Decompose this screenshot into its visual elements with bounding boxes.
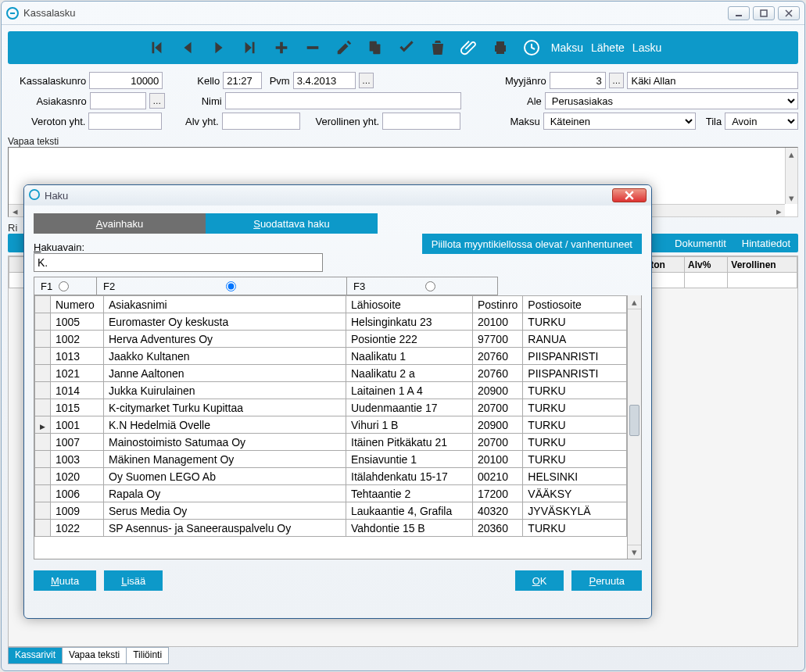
attach-button[interactable]: [457, 36, 481, 59]
tab-avainhaku[interactable]: Avainhaku: [34, 213, 206, 234]
cell-postios[interactable]: TURKU: [523, 520, 627, 537]
table-row[interactable]: 1020Oy Suomen LEGO AbItälahdenkatu 15-17…: [35, 468, 627, 485]
cell-lahi[interactable]: Ensiavuntie 1: [346, 451, 473, 468]
dialog-close-button[interactable]: [612, 188, 647, 202]
row-header[interactable]: [35, 451, 51, 468]
col-alvp[interactable]: Alv%: [684, 257, 727, 273]
scroll-left-icon[interactable]: ◂: [9, 205, 21, 217]
cell-postios[interactable]: HELSINKI: [523, 468, 627, 485]
cell-lahi[interactable]: Vahdontie 15 B: [346, 520, 473, 537]
tab-hintatiedot[interactable]: Hintatiedot: [734, 234, 798, 252]
btab-kassarivit[interactable]: Kassarivit: [8, 647, 63, 664]
row-header[interactable]: [35, 434, 51, 451]
cell-lahi[interactable]: Laukaantie 4, Grafila: [346, 502, 473, 520]
cell-numero[interactable]: 1007: [51, 434, 104, 451]
col-numero[interactable]: Numero: [51, 296, 104, 313]
cell-postios[interactable]: TURKU: [523, 416, 627, 434]
cell-nimi[interactable]: Serus Media Oy: [104, 502, 346, 520]
cell-postios[interactable]: RANUA: [523, 331, 627, 348]
row-header[interactable]: [35, 331, 51, 348]
row-header[interactable]: [35, 348, 51, 365]
table-row[interactable]: 1007Mainostoimisto Satumaa OyItäinen Pit…: [35, 434, 627, 451]
cell-numero[interactable]: 1013: [51, 348, 104, 365]
toolbar-maksu[interactable]: Maksu: [551, 41, 583, 54]
cell-lahi[interactable]: Naalikatu 2 a: [346, 365, 473, 382]
cell-postios[interactable]: TURKU: [523, 434, 627, 451]
maximize-button[interactable]: [753, 6, 775, 20]
results-vscroll[interactable]: ▴ ▾: [627, 295, 641, 559]
row-header[interactable]: [35, 485, 51, 502]
cell-lahi[interactable]: Uudenmaantie 17: [346, 399, 473, 416]
scroll-thumb[interactable]: [629, 405, 639, 436]
row-header[interactable]: [35, 382, 51, 399]
cell-numero[interactable]: 1003: [51, 451, 104, 468]
results-grid[interactable]: Numero Asiakasnimi Lähiosoite Postinro P…: [34, 295, 642, 559]
col-lahiosoite[interactable]: Lähiosoite: [346, 296, 473, 313]
kassalaskunro-input[interactable]: [89, 72, 163, 89]
table-row[interactable]: 1022SP Asennus- ja Saneerauspalvelu OyVa…: [35, 520, 627, 537]
scroll-right-icon[interactable]: ▸: [772, 205, 785, 217]
scroll-down-icon[interactable]: ▾: [786, 191, 797, 204]
peruuta-button[interactable]: Peruuta: [571, 570, 642, 591]
cell-nimi[interactable]: Janne Aaltonen: [104, 365, 346, 382]
asiakasnro-input[interactable]: [90, 92, 146, 109]
cell-nimi[interactable]: Oy Suomen LEGO Ab: [104, 468, 346, 485]
ok-button[interactable]: OK: [515, 570, 564, 591]
scroll-up-icon[interactable]: ▴: [628, 295, 641, 309]
cell-postinro[interactable]: 20700: [473, 434, 523, 451]
cell-nimi[interactable]: Mainostoimisto Satumaa Oy: [104, 434, 346, 451]
cell-numero[interactable]: 1009: [51, 502, 104, 520]
myyjanro-input[interactable]: [550, 72, 606, 89]
myyjanro-lookup-button[interactable]: …: [609, 73, 625, 88]
cell-nimi[interactable]: Rapala Oy: [104, 485, 346, 502]
cell-postinro[interactable]: 97700: [473, 331, 523, 348]
row-header[interactable]: [35, 365, 51, 382]
cell-nimi[interactable]: K.N Hedelmiä Ovelle: [104, 416, 346, 434]
cell-lahi[interactable]: Tehtaantie 2: [346, 485, 473, 502]
cell-postinro[interactable]: 00210: [473, 468, 523, 485]
cell-nimi[interactable]: K-citymarket Turku Kupittaa: [104, 399, 346, 416]
asiakasnro-lookup-button[interactable]: …: [149, 93, 165, 109]
cell-lahi[interactable]: Itälahdenkatu 15-17: [346, 468, 473, 485]
row-header[interactable]: [35, 313, 51, 331]
col-asiakasnimi[interactable]: Asiakasnimi: [104, 296, 346, 313]
cell-postios[interactable]: TURKU: [523, 451, 627, 468]
btab-vapaateksti[interactable]: Vapaa teksti: [62, 647, 127, 664]
tab-dokumentit[interactable]: Dokumentit: [667, 234, 734, 252]
toolbar-lasku[interactable]: Lasku: [632, 41, 661, 54]
f2-radio[interactable]: [226, 281, 236, 291]
tila-select[interactable]: Avoin: [725, 113, 798, 130]
table-row[interactable]: 1015K-citymarket Turku KupittaaUudenmaan…: [35, 399, 627, 416]
cell-nimi[interactable]: SP Asennus- ja Saneerauspalvelu Oy: [104, 520, 346, 537]
cell-lahi[interactable]: Vihuri 1 B: [346, 416, 473, 434]
muuta-button[interactable]: Muuta: [34, 570, 96, 591]
cell-postios[interactable]: PIISPANRISTI: [523, 365, 627, 382]
print-button[interactable]: [489, 36, 512, 59]
cell-postinro[interactable]: 20900: [473, 416, 523, 434]
next-record-button[interactable]: [207, 36, 231, 59]
row-header[interactable]: [35, 416, 51, 434]
delete-button[interactable]: [426, 36, 450, 59]
cell-postios[interactable]: TURKU: [523, 313, 627, 331]
table-row[interactable]: 1001K.N Hedelmiä OvelleVihuri 1 B20900TU…: [35, 416, 627, 434]
cell-nimi[interactable]: Herva Adventures Oy: [104, 331, 346, 348]
cell-numero[interactable]: 1022: [51, 520, 104, 537]
row-header[interactable]: [35, 399, 51, 416]
hide-banned-button[interactable]: Piillota myyntikiellossa olevat / vanhen…: [422, 234, 642, 254]
f3-radio[interactable]: [425, 281, 435, 291]
cell-nimi[interactable]: Jukka Kuirulainen: [104, 382, 346, 399]
first-record-button[interactable]: [145, 36, 168, 59]
cell-postios[interactable]: TURKU: [523, 399, 627, 416]
row-header[interactable]: [35, 468, 51, 485]
table-row[interactable]: 1021Janne AaltonenNaalikatu 2 a20760PIIS…: [35, 365, 627, 382]
table-row[interactable]: 1002Herva Adventures OyPosiontie 2229770…: [35, 331, 627, 348]
btab-tiliointi[interactable]: Tiliöinti: [126, 647, 169, 664]
toolbar-lahete[interactable]: Lähete: [591, 41, 625, 54]
pvm-input[interactable]: [293, 72, 356, 89]
prev-record-button[interactable]: [176, 36, 199, 59]
cell-numero[interactable]: 1020: [51, 468, 104, 485]
hakuavain-input[interactable]: [34, 253, 323, 272]
scroll-down-icon[interactable]: ▾: [628, 545, 641, 559]
cell-nimi[interactable]: Euromaster Oy keskusta: [104, 313, 346, 331]
myyja-nimi-input[interactable]: [627, 72, 798, 89]
